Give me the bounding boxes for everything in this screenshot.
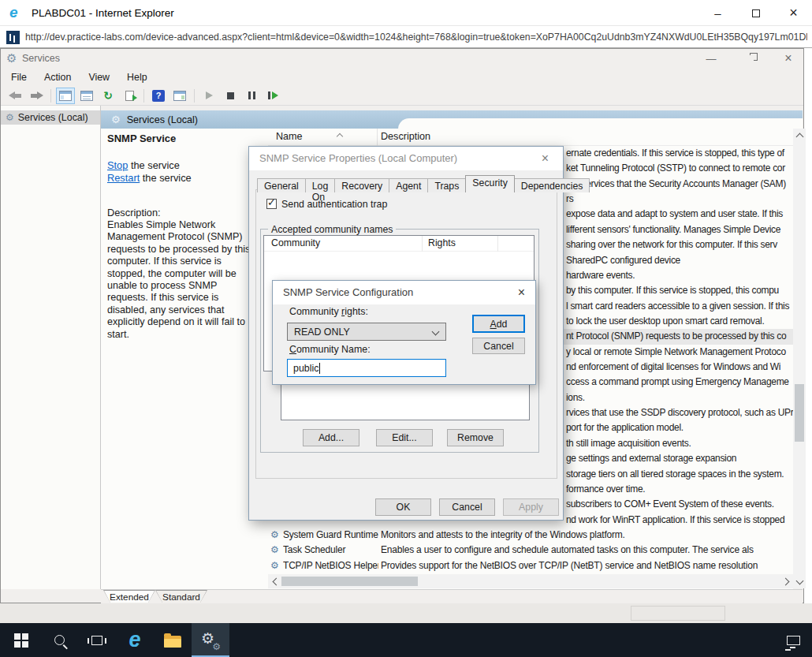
services-restore-button[interactable] bbox=[733, 48, 768, 69]
taskbar-internet-explorer[interactable]: e bbox=[116, 623, 154, 657]
service-row-partial[interactable]: y local or remote Simple Network Managem… bbox=[564, 345, 793, 360]
service-row-partial[interactable]: th still image acquisition events. bbox=[564, 436, 793, 451]
service-row-partial[interactable]: ccess a command prompt using Emergency M… bbox=[564, 375, 793, 390]
menu-item[interactable]: Help bbox=[118, 69, 155, 86]
export-list-button[interactable] bbox=[120, 88, 139, 104]
taskbar-search-button[interactable] bbox=[40, 623, 78, 657]
ie-close-button[interactable]: × bbox=[776, 0, 811, 26]
description-column-header[interactable]: Description bbox=[381, 131, 430, 142]
scroll-left-button[interactable] bbox=[268, 574, 281, 588]
horizontal-scroll-thumb[interactable] bbox=[281, 577, 418, 586]
service-row-partial[interactable]: ge settings and external storage expansi… bbox=[564, 451, 793, 466]
service-row-partial[interactable]: ions. bbox=[564, 390, 793, 405]
menu-item[interactable]: File bbox=[2, 69, 35, 86]
properties-close-button[interactable]: × bbox=[527, 147, 563, 170]
rights-column-header[interactable]: Rights bbox=[428, 237, 456, 248]
service-row-partial[interactable]: nt Protocol (SNMP) requests to be proces… bbox=[564, 329, 793, 344]
add-host-button[interactable]: Add... bbox=[303, 429, 359, 446]
service-row-partial[interactable]: nd enforcement of digital licenses for W… bbox=[564, 360, 793, 375]
forward-icon[interactable] bbox=[27, 88, 46, 104]
service-row-partial[interactable]: rs bbox=[564, 192, 793, 207]
service-row-partial[interactable]: hardware events. bbox=[564, 268, 793, 283]
service-row-partial[interactable]: expose data and adapt to system and user… bbox=[564, 207, 793, 222]
horizontal-scrollbar[interactable] bbox=[268, 574, 793, 588]
tree-item-services-local[interactable]: ⚙ Services (Local) bbox=[1, 110, 100, 125]
service-row-partial[interactable]: sharing over the network for this comput… bbox=[564, 237, 793, 252]
menu-item[interactable]: Action bbox=[35, 69, 80, 86]
restart-service-button[interactable] bbox=[263, 88, 282, 104]
service-row-partial[interactable]: subscribers to COM+ Event System of thes… bbox=[564, 497, 793, 512]
service-row-partial[interactable]: nd work for WinRT application. If this s… bbox=[564, 513, 793, 528]
service-row-partial[interactable]: port for the application model. bbox=[564, 420, 793, 435]
taskbar-services[interactable]: ⚙⚙ bbox=[192, 623, 229, 657]
network-tray-icon[interactable] bbox=[777, 623, 810, 657]
service-row-partial[interactable]: ernate credentials. If this service is s… bbox=[564, 146, 793, 161]
properties-tab[interactable]: Log On bbox=[305, 178, 336, 192]
column-divider[interactable] bbox=[377, 129, 378, 146]
start-button[interactable] bbox=[2, 623, 40, 657]
ie-maximize-button[interactable] bbox=[738, 0, 773, 26]
show-action-pane-button[interactable] bbox=[170, 88, 189, 104]
service-row-partial[interactable]: formance over time. bbox=[564, 482, 793, 497]
service-row-partial[interactable]: rvices that use the SSDP discovery proto… bbox=[564, 405, 793, 420]
service-row-partial[interactable]: SharedPC configured device bbox=[564, 253, 793, 268]
config-cancel-button[interactable]: Cancel bbox=[472, 338, 525, 354]
properties-tab[interactable]: Agent bbox=[389, 178, 428, 192]
service-row[interactable]: ⚙ Task Scheduler Enables a user to confi… bbox=[268, 543, 793, 558]
ie-minimize-button[interactable]: – bbox=[700, 0, 736, 26]
properties-tab[interactable]: Security bbox=[465, 175, 514, 192]
community-name-input[interactable]: public bbox=[287, 359, 446, 377]
name-column-header[interactable]: Name bbox=[276, 131, 303, 142]
properties-tab[interactable]: Dependencies bbox=[514, 178, 590, 192]
task-view-button[interactable] bbox=[78, 623, 116, 657]
service-row-partial[interactable]: ket Tunneling Protocol (SSTP) to connect… bbox=[564, 161, 793, 176]
vertical-scroll-thumb[interactable] bbox=[795, 384, 804, 442]
toolbar-separator bbox=[143, 89, 144, 103]
cancel-button[interactable]: Cancel bbox=[439, 498, 495, 516]
properties-tabs: GeneralLog OnRecoveryAgentTrapsSecurityD… bbox=[257, 175, 589, 192]
address-input[interactable]: http://dev.practice-labs.com/device-adva… bbox=[25, 26, 807, 48]
vertical-scrollbar[interactable] bbox=[793, 129, 806, 588]
service-row-partial[interactable]: to lock the user desktop upon smart card… bbox=[564, 314, 793, 329]
restart-service-link[interactable]: Restart bbox=[107, 172, 140, 184]
service-row[interactable]: ⚙ System Guard Runtime Mo... Monitors an… bbox=[268, 528, 793, 543]
community-column-header[interactable]: Community bbox=[271, 237, 320, 248]
service-row-partial[interactable]: lifferent sensors' functionality. Manage… bbox=[564, 222, 793, 237]
ok-button[interactable]: OK bbox=[375, 498, 431, 516]
properties-tab[interactable]: Traps bbox=[427, 178, 466, 192]
service-row-partial[interactable]: l smart card readers accessible to a giv… bbox=[564, 299, 793, 314]
scroll-up-button[interactable] bbox=[793, 129, 806, 142]
remove-host-button[interactable]: Remove bbox=[447, 429, 504, 446]
stop-link-suffix: the service bbox=[128, 159, 179, 171]
stop-service-link[interactable]: Stop bbox=[107, 159, 128, 171]
service-row-partial[interactable]: storage tiers on all tiered storage spac… bbox=[564, 467, 793, 482]
send-auth-trap-label: Send authentication trap bbox=[281, 199, 387, 210]
stop-service-button[interactable] bbox=[221, 88, 240, 104]
config-close-button[interactable]: × bbox=[508, 281, 535, 304]
tab-extended[interactable]: Extended bbox=[103, 590, 155, 603]
help-button[interactable]: ? bbox=[149, 88, 168, 104]
tab-standard[interactable]: Standard bbox=[155, 590, 207, 603]
send-auth-trap-checkbox[interactable]: ✓ bbox=[266, 199, 277, 209]
menu-item[interactable]: View bbox=[80, 69, 118, 86]
show-console-tree-button[interactable] bbox=[56, 88, 75, 104]
add-button[interactable]: Add bbox=[472, 315, 525, 333]
apply-button[interactable]: Apply bbox=[503, 498, 559, 516]
taskbar-file-explorer[interactable] bbox=[154, 623, 192, 657]
properties-tab[interactable]: General bbox=[257, 178, 306, 192]
service-row[interactable]: ⚙ TCP/IP NetBIOS Helper Provides support… bbox=[268, 558, 793, 573]
service-row-partial[interactable]: her services that the Security Accounts … bbox=[564, 177, 793, 192]
properties-tab[interactable]: Recovery bbox=[334, 178, 389, 192]
service-row-partial[interactable]: by this computer. If this service is sto… bbox=[564, 283, 793, 298]
refresh-button[interactable]: ↻ bbox=[99, 88, 117, 104]
scroll-down-button[interactable] bbox=[793, 575, 806, 588]
properties-button[interactable] bbox=[77, 88, 96, 104]
services-minimize-button[interactable]: — bbox=[694, 48, 728, 69]
services-close-button[interactable]: × bbox=[771, 48, 806, 69]
pause-service-button[interactable] bbox=[242, 88, 261, 104]
community-rights-dropdown[interactable]: READ ONLY bbox=[287, 323, 446, 341]
edit-host-button[interactable]: Edit... bbox=[376, 429, 433, 446]
back-icon[interactable] bbox=[6, 88, 24, 104]
scroll-right-button[interactable] bbox=[780, 574, 793, 588]
start-service-button[interactable] bbox=[199, 88, 218, 104]
